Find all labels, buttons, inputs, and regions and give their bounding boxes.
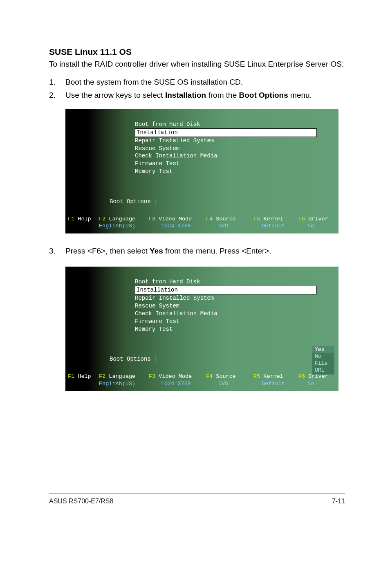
menu-item-selected[interactable]: Installation [135, 128, 317, 137]
f5-kernel[interactable]: F5 KernelDefault [253, 373, 298, 387]
f3-video-mode[interactable]: F3 Video Mode1024 X768 [149, 373, 206, 387]
steps-first-group: 1. Boot the system from the SUSE OS inst… [49, 77, 345, 101]
boot-options-label: Boot Options | [110, 198, 158, 205]
fkey-bar: F1 Help F2 LanguageEnglish(US) F3 Video … [68, 215, 336, 230]
bold: Boot Options [239, 91, 288, 99]
step-text: Boot the system from the SUSE OS install… [65, 77, 243, 88]
step-number: 1. [49, 77, 65, 88]
f3-video-mode[interactable]: F3 Video Mode1024 X768 [149, 215, 206, 230]
menu-item[interactable]: Repair Installed System [135, 137, 317, 145]
step-text: Use the arrow keys to select Installatio… [65, 90, 312, 101]
boot-menu: Boot from Hard Disk Installation Repair … [135, 278, 317, 333]
f4-source[interactable]: F4 SourceDVD [206, 215, 253, 230]
menu-item-selected[interactable]: Installation [135, 286, 317, 294]
step-row: 1. Boot the system from the SUSE OS inst… [49, 77, 345, 88]
menu-item[interactable]: Rescue System [135, 145, 317, 153]
intro-text: To install the RAID controller driver wh… [49, 59, 345, 70]
f6-driver[interactable]: F6 DriverNo [298, 215, 331, 230]
f6-driver-popup: Yes No File URL [312, 346, 334, 375]
boot-options-label: Boot Options | [110, 356, 158, 362]
popup-item[interactable]: No [315, 353, 321, 359]
popup-item-selected[interactable]: Yes [312, 346, 334, 353]
footer-left: ASUS RS700-E7/RS8 [49, 498, 113, 505]
bold: Yes [150, 247, 163, 255]
footer-right: 7-11 [332, 498, 345, 505]
popup-item[interactable]: File [315, 360, 327, 366]
menu-item[interactable]: Boot from Hard Disk [135, 121, 317, 128]
section-heading: SUSE Linux 11.1 OS [49, 47, 345, 57]
menu-item[interactable]: Firmware Test [135, 160, 317, 168]
menu-item[interactable]: Check Installation Media [135, 152, 317, 160]
step-row: 3. Press <F6>, then select Yes from the … [49, 246, 345, 257]
boot-menu: Boot from Hard Disk Installation Repair … [135, 121, 317, 175]
text: menu. [288, 91, 312, 99]
page-footer: ASUS RS700-E7/RS8 7-11 [49, 493, 345, 505]
menu-item[interactable]: Rescue System [135, 302, 317, 310]
text: from the [206, 91, 239, 99]
f4-source[interactable]: F4 SourceDVD [206, 373, 253, 387]
menu-item[interactable]: Check Installation Media [135, 310, 317, 318]
text: from the menu. Press <Enter>. [163, 247, 271, 255]
text: Use the arrow keys to select [65, 91, 165, 99]
text: Press <F6>, then select [65, 247, 150, 255]
step-row: 2. Use the arrow keys to select Installa… [49, 90, 345, 101]
f6-driver[interactable]: F6 DriverNo [298, 373, 331, 387]
f2-language[interactable]: F2 LanguageEnglish(US) [99, 373, 149, 387]
fkey-bar: F1 Help F2 LanguageEnglish(US) F3 Video … [68, 373, 336, 387]
menu-item[interactable]: Repair Installed System [135, 294, 317, 302]
menu-item[interactable]: Firmware Test [135, 318, 317, 325]
steps-second-group: 3. Press <F6>, then select Yes from the … [49, 246, 345, 257]
boot-screen-2: Boot from Hard Disk Installation Repair … [65, 267, 338, 391]
menu-item[interactable]: Memory Test [135, 325, 317, 333]
f1-help[interactable]: F1 Help [68, 373, 99, 387]
step-number: 3. [49, 246, 65, 257]
f2-language[interactable]: F2 LanguageEnglish(US) [99, 215, 149, 230]
boot-screen-1: Boot from Hard Disk Installation Repair … [65, 109, 338, 233]
popup-item[interactable]: URL [315, 367, 324, 373]
menu-item[interactable]: Memory Test [135, 168, 317, 175]
bold: Installation [165, 91, 206, 99]
step-text: Press <F6>, then select Yes from the men… [65, 246, 271, 257]
f5-kernel[interactable]: F5 KernelDefault [253, 215, 298, 230]
f1-help[interactable]: F1 Help [68, 215, 99, 230]
menu-item[interactable]: Boot from Hard Disk [135, 278, 317, 286]
step-number: 2. [49, 90, 65, 101]
